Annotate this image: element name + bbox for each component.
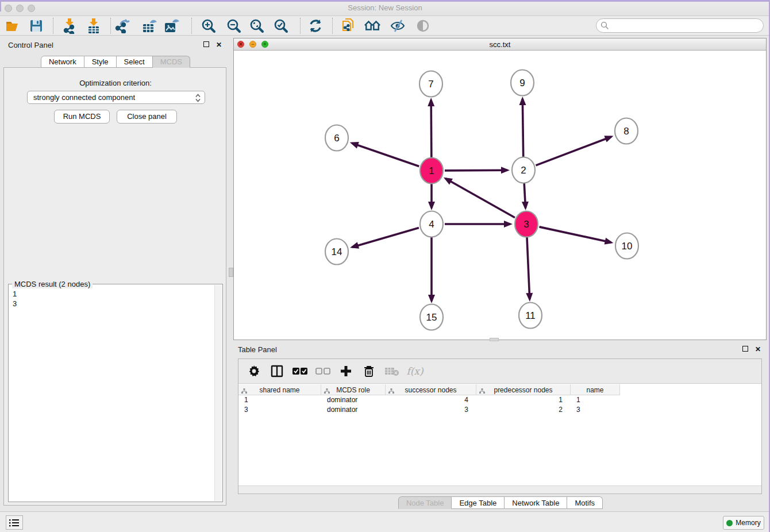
column-label: name <box>586 386 603 394</box>
column-header-shared-name[interactable]: shared name <box>238 384 321 395</box>
column-label: shared name <box>259 386 299 394</box>
horizontal-split-handle[interactable] <box>490 338 499 341</box>
node-label-8: 8 <box>623 126 629 137</box>
task-history-button[interactable] <box>6 515 23 530</box>
edge-3-10[interactable] <box>539 227 611 242</box>
edge-3-1[interactable] <box>445 179 515 218</box>
tab-select[interactable]: Select <box>117 56 153 68</box>
node-label-10: 10 <box>622 241 633 252</box>
node-label-9: 9 <box>519 78 525 88</box>
network-window-titlebar[interactable]: ✕ − + scc.txt <box>234 38 766 51</box>
node-label-1: 1 <box>429 165 434 176</box>
tab-edge-table[interactable]: Edge Table <box>452 496 505 509</box>
close-panel-button[interactable]: Close panel <box>117 110 177 124</box>
edge-2-9[interactable] <box>522 99 523 157</box>
float-table-panel-icon[interactable] <box>742 346 748 352</box>
search-icon <box>600 21 609 30</box>
float-panel-icon[interactable] <box>203 41 209 47</box>
close-panel-icon[interactable]: ✕ <box>216 41 222 48</box>
list-icon <box>9 519 20 527</box>
network-title: scc.txt <box>234 40 766 49</box>
control-panel-tabs: NetworkStyleSelectMCDS <box>1 56 230 68</box>
export-table-icon[interactable] <box>142 18 158 34</box>
vertical-split-handle[interactable] <box>229 268 233 277</box>
mcds-result-list: 13 <box>13 289 17 309</box>
node-label-6: 6 <box>334 133 339 144</box>
cell-predecessor-nodes[interactable]: 1 <box>476 395 571 405</box>
clone-network-icon[interactable] <box>340 18 356 34</box>
hide-selected-eye-icon[interactable] <box>390 18 406 34</box>
table-row[interactable]: 1dominator411 <box>238 395 620 405</box>
table-row[interactable]: 3dominator323 <box>238 405 620 415</box>
column-header-name[interactable]: name <box>571 384 620 395</box>
edge-1-6[interactable] <box>352 143 419 166</box>
show-all-home-icon[interactable] <box>364 18 380 34</box>
optimization-criterion-select[interactable]: strongly connected component <box>27 91 205 104</box>
apply-layout-icon[interactable] <box>307 18 324 34</box>
edge-3-11[interactable] <box>527 237 530 299</box>
network-graph[interactable]: 7968124314101511 <box>234 51 766 340</box>
column-header-MCDS-role[interactable]: MCDS role <box>321 384 386 395</box>
table-hscrollbar[interactable] <box>238 485 761 494</box>
column-header-successor-nodes[interactable]: successor nodes <box>386 384 476 395</box>
cell-predecessor-nodes[interactable]: 2 <box>476 405 571 415</box>
edge-1-2[interactable] <box>445 170 507 171</box>
search-field[interactable] <box>596 18 764 33</box>
show-hidden-eye-icon[interactable] <box>415 18 431 34</box>
search-input[interactable] <box>611 22 763 30</box>
zoom-out-icon[interactable] <box>226 18 242 34</box>
cell-MCDS-role[interactable]: dominator <box>321 395 386 405</box>
select-all-icon[interactable] <box>292 364 307 379</box>
edge-1-7[interactable] <box>431 100 432 157</box>
settings-gear-icon[interactable] <box>247 364 261 379</box>
export-image-icon[interactable] <box>164 18 180 34</box>
cell-successor-nodes[interactable]: 3 <box>386 405 476 415</box>
tab-motifs[interactable]: Motifs <box>567 496 603 509</box>
column-label: successor nodes <box>405 386 456 394</box>
memory-button[interactable]: Memory <box>723 516 764 530</box>
cell-name[interactable]: 3 <box>571 405 620 415</box>
deselect-all-icon[interactable] <box>315 364 330 379</box>
import-table-icon[interactable] <box>86 18 102 34</box>
tab-node-table[interactable]: Node Table <box>398 496 452 509</box>
control-panel-titlebar: Control Panel ✕ <box>1 38 230 52</box>
add-row-icon[interactable] <box>338 364 353 379</box>
edge-4-14[interactable] <box>352 228 419 247</box>
tab-mcds[interactable]: MCDS <box>153 56 190 68</box>
mcds-result-box: MCDS result (2 nodes) 13 <box>8 284 223 502</box>
node-label-15: 15 <box>426 312 437 323</box>
close-table-panel-icon[interactable]: ✕ <box>755 346 761 353</box>
zoom-in-icon[interactable] <box>201 18 217 34</box>
zoom-fit-icon[interactable] <box>249 18 265 34</box>
table-tabs: Node TableEdge TableNetwork TableMotifs <box>233 496 768 509</box>
control-panel-title: Control Panel <box>8 41 53 49</box>
table-panel: Table Panel ✕ <box>233 342 768 509</box>
run-mcds-button[interactable]: Run MCDS <box>54 110 110 124</box>
show-columns-icon[interactable] <box>270 364 284 379</box>
tab-style[interactable]: Style <box>84 56 117 68</box>
function-builder-icon[interactable]: f(x) <box>407 364 422 379</box>
tab-network[interactable]: Network <box>41 56 84 68</box>
delete-table-icon[interactable] <box>384 364 399 379</box>
cell-shared-name[interactable]: 1 <box>238 395 321 405</box>
cell-name[interactable]: 1 <box>571 395 620 405</box>
column-type-icon <box>388 387 394 395</box>
tab-network-table[interactable]: Network Table <box>505 496 567 509</box>
cell-shared-name[interactable]: 3 <box>238 405 321 415</box>
import-network-icon[interactable] <box>61 18 78 34</box>
memory-status-icon <box>726 520 733 526</box>
column-header-predecessor-nodes[interactable]: predecessor nodes <box>476 384 571 395</box>
cell-successor-nodes[interactable]: 4 <box>386 395 476 405</box>
open-session-icon[interactable] <box>5 18 21 34</box>
cell-MCDS-role[interactable]: dominator <box>321 405 386 415</box>
zoom-selected-icon[interactable] <box>273 18 289 34</box>
result-scrollbar[interactable] <box>214 285 222 501</box>
export-network-icon[interactable] <box>115 18 131 34</box>
table-body: f(x) shared nameMCDS rolesuccessor nodes… <box>238 358 762 494</box>
edge-2-3[interactable] <box>524 183 525 208</box>
network-canvas[interactable]: 7968124314101511 <box>234 51 766 340</box>
delete-row-trash-icon[interactable] <box>361 364 376 379</box>
edge-2-8[interactable] <box>536 137 611 165</box>
save-session-icon[interactable] <box>28 18 44 34</box>
memory-label: Memory <box>736 519 760 527</box>
